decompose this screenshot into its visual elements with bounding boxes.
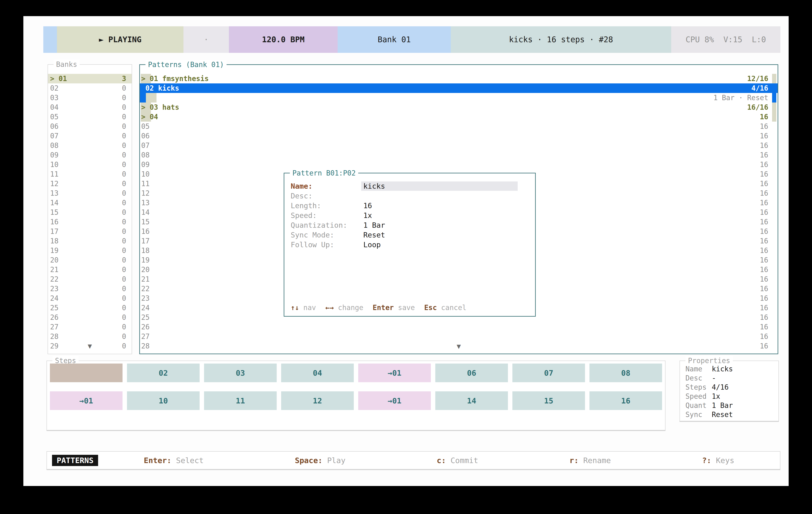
pattern-label: 24 xyxy=(141,303,150,312)
bank-id: 09 xyxy=(50,150,59,160)
pattern-steps-count: 16 xyxy=(760,236,768,246)
pattern-row[interactable]: 0916 xyxy=(140,160,778,169)
editor-hint-label: cancel xyxy=(441,303,466,312)
bank-row[interactable]: 050 xyxy=(48,112,132,122)
bank-row[interactable]: > 013 xyxy=(48,74,132,83)
step-cell[interactable]: 10 xyxy=(127,391,200,410)
step-cell[interactable]: 08 xyxy=(589,364,662,382)
bank-row[interactable]: 030 xyxy=(48,93,132,102)
bank-row[interactable]: 150 xyxy=(48,208,132,217)
pattern-label: 06 xyxy=(141,131,150,141)
step-cell[interactable]: 12 xyxy=(281,391,354,410)
editor-field-label: Speed: xyxy=(291,211,317,220)
pattern-label: 15 xyxy=(141,217,150,226)
bank-row[interactable]: 270 xyxy=(48,322,132,332)
bank-row[interactable]: 140 xyxy=(48,198,132,208)
pattern-row[interactable]: > 01 fmsynthesis12/16 xyxy=(140,74,778,83)
property-row: Quant1 Bar xyxy=(680,401,779,410)
pattern-row[interactable]: 0516 xyxy=(140,122,778,131)
bank-row[interactable]: 020 xyxy=(48,83,132,93)
pattern-label: > 01 fmsynthesis xyxy=(141,74,209,83)
step-cell[interactable]: 11 xyxy=(204,391,277,410)
editor-field[interactable]: Follow Up:Loop xyxy=(284,240,535,249)
pattern-steps-count: 16 xyxy=(760,112,768,122)
bank-row[interactable]: 060 xyxy=(48,122,132,131)
banks-more-indicator: ▼ xyxy=(48,341,132,351)
bank-row[interactable]: 260 xyxy=(48,312,132,322)
bank-row[interactable]: 100 xyxy=(48,160,132,169)
pattern-row[interactable]: 0816 xyxy=(140,150,778,160)
step-cell[interactable]: 15 xyxy=(512,391,585,410)
pattern-row[interactable]: > 0416 xyxy=(140,112,778,122)
bank-id: 16 xyxy=(50,217,59,226)
pattern-row[interactable]: 0716 xyxy=(140,141,778,150)
editor-field[interactable]: Quantization:1 Bar xyxy=(284,220,535,230)
pattern-editor-hints: ↑↓ nav←→ changeEnter saveEsc cancel xyxy=(291,303,476,312)
transport-status[interactable]: ► PLAYING xyxy=(57,26,183,53)
bank-row[interactable]: 110 xyxy=(48,169,132,179)
editor-field[interactable]: Length:16 xyxy=(284,201,535,211)
bank-row[interactable]: 230 xyxy=(48,284,132,294)
pattern-row[interactable]: > 03 hats16/16 xyxy=(140,102,778,112)
property-row: Desc- xyxy=(680,373,779,383)
bank-pattern-count: 0 xyxy=(122,332,126,341)
bank-pattern-count: 0 xyxy=(122,112,126,122)
bank-row[interactable]: 280 xyxy=(48,332,132,341)
bank-id: 15 xyxy=(50,208,59,217)
bank-row[interactable]: 240 xyxy=(48,294,132,303)
bank-row[interactable]: 170 xyxy=(48,226,132,236)
step-cell[interactable]: 03 xyxy=(204,364,277,382)
step-cell[interactable]: 07 xyxy=(512,364,585,382)
bank-pattern-count: 0 xyxy=(122,217,126,226)
bank-row[interactable]: 070 xyxy=(48,131,132,141)
bank-row[interactable]: 220 xyxy=(48,274,132,284)
bank-id: 02 xyxy=(50,83,59,93)
property-value: kicks xyxy=(712,365,733,373)
step-cell[interactable]: →01 xyxy=(358,391,431,410)
bank-row[interactable]: 130 xyxy=(48,188,132,198)
property-label: Quant xyxy=(686,401,712,410)
step-cell[interactable]: 02 xyxy=(127,364,200,382)
pattern-steps-count: 16 xyxy=(760,188,768,198)
bank-row[interactable]: 200 xyxy=(48,255,132,265)
step-cell[interactable]: →01 xyxy=(50,391,122,410)
pattern-steps-count: 16 xyxy=(760,208,768,217)
bank-row[interactable]: 080 xyxy=(48,141,132,150)
key-hint-key: Space: xyxy=(295,456,327,465)
bank-id: 17 xyxy=(50,226,59,236)
pattern-label: 10 xyxy=(141,169,150,179)
step-cell[interactable]: 04 xyxy=(281,364,354,382)
bank-display[interactable]: Bank 01 xyxy=(338,26,451,53)
bank-row[interactable]: 250 xyxy=(48,303,132,312)
step-cell[interactable]: 06 xyxy=(435,364,508,382)
pattern-steps-count: 16/16 xyxy=(747,102,768,112)
key-hint-key: ?: xyxy=(702,456,716,465)
pattern-label: 26 xyxy=(141,322,150,332)
bpm-display[interactable]: 120.0 BPM xyxy=(229,26,338,53)
bank-row[interactable]: 210 xyxy=(48,265,132,274)
bank-row[interactable]: 090 xyxy=(48,150,132,160)
step-cell[interactable]: 16 xyxy=(589,391,662,410)
step-cell[interactable]: →01 xyxy=(358,364,431,382)
editor-field[interactable]: Sync Mode:Reset xyxy=(284,230,535,240)
editor-field[interactable]: Name:kicks xyxy=(284,181,535,191)
bank-pattern-count: 0 xyxy=(122,169,126,179)
bank-row[interactable]: 190 xyxy=(48,246,132,255)
bank-row[interactable]: 180 xyxy=(48,236,132,246)
editor-field[interactable]: Speed:1x xyxy=(284,211,535,220)
pattern-row[interactable]: 2716 xyxy=(140,332,778,341)
pattern-row[interactable]: 02 kicks4/16 xyxy=(140,83,778,93)
pattern-label: 16 xyxy=(141,226,150,236)
bank-id: 20 xyxy=(50,255,59,265)
pattern-steps-count: 16 xyxy=(760,294,768,303)
bank-pattern-count: 0 xyxy=(122,255,126,265)
editor-field[interactable]: Desc: xyxy=(284,191,535,201)
bank-row[interactable]: 160 xyxy=(48,217,132,226)
pattern-row[interactable]: 0616 xyxy=(140,131,778,141)
bank-row[interactable]: 120 xyxy=(48,179,132,188)
step-cell[interactable] xyxy=(50,364,122,382)
step-cell[interactable]: 14 xyxy=(435,391,508,410)
pattern-row[interactable]: 2616 xyxy=(140,322,778,332)
bank-row[interactable]: 040 xyxy=(48,102,132,112)
bank-id: 13 xyxy=(50,188,59,198)
